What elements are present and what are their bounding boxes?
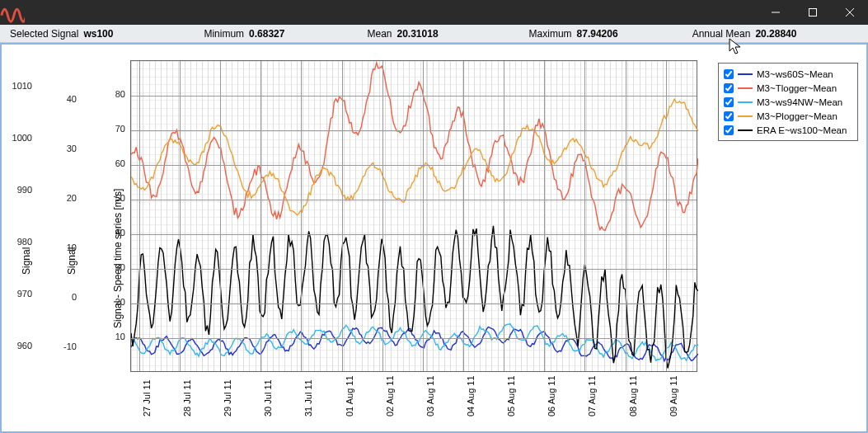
legend-swatch — [738, 101, 753, 103]
maximum-value: 87.94206 — [577, 28, 618, 40]
y3-tick: 10 — [106, 332, 125, 341]
minimize-button[interactable] — [757, 0, 794, 25]
legend-checkbox[interactable] — [724, 111, 734, 121]
y3-tick: 30 — [106, 262, 125, 272]
y2-tick: 30 — [52, 144, 77, 153]
series-line — [131, 226, 698, 368]
legend-swatch — [738, 87, 753, 89]
legend-item: ERA E~ws100~Mean — [724, 123, 852, 137]
window-titlebar — [0, 0, 868, 25]
y2-tick: 0 — [52, 292, 77, 302]
y2-tick: 20 — [52, 193, 77, 203]
plot-area[interactable] — [130, 60, 697, 372]
x-tick: 05 Aug 11 — [506, 375, 516, 417]
legend-checkbox[interactable] — [724, 125, 734, 135]
chart-panel: Signal Signal Signal - Speed time series… — [0, 43, 868, 433]
y3-tick: 70 — [106, 124, 125, 134]
maximum-label: Maximum — [529, 28, 572, 40]
y1-tick: 1010 — [7, 81, 32, 91]
series-line — [131, 63, 698, 231]
mean-label: Mean — [367, 28, 392, 40]
x-tick: 02 Aug 11 — [385, 375, 395, 417]
legend-swatch — [738, 129, 753, 131]
plot-wrap: Signal Signal Signal - Speed time series… — [0, 44, 701, 421]
legend-item: M3~Plogger~Mean — [724, 109, 852, 123]
x-tick: 09 Aug 11 — [669, 375, 678, 417]
x-tick: 07 Aug 11 — [587, 375, 597, 417]
stats-bar: Selected Signal ws100 Minimum 0.68327 Me… — [0, 25, 868, 43]
x-tick: 08 Aug 11 — [628, 375, 638, 417]
y2-tick: 10 — [52, 242, 77, 252]
y1-tick: 990 — [7, 185, 32, 195]
annual-mean-label: Annual Mean — [692, 28, 751, 40]
x-tick: 04 Aug 11 — [466, 375, 476, 417]
y3-tick: 80 — [106, 89, 125, 99]
legend-swatch — [738, 73, 753, 75]
legend-label: ERA E~ws100~Mean — [757, 125, 847, 135]
legend-checkbox[interactable] — [724, 69, 734, 79]
legend-label: M3~Tlogger~Mean — [757, 83, 837, 93]
minimum-label: Minimum — [204, 28, 244, 40]
annual-mean-value: 20.28840 — [755, 28, 796, 40]
y3-tick: 40 — [106, 228, 125, 238]
x-tick: 30 Jul 11 — [263, 379, 273, 417]
minimum-value: 0.68327 — [249, 28, 284, 40]
selected-signal-label: Selected Signal — [10, 28, 78, 40]
legend-label: M3~ws94NW~Mean — [757, 97, 842, 107]
x-tick: 27 Jul 11 — [142, 379, 152, 417]
y1-tick: 1000 — [7, 133, 32, 143]
series-line — [131, 99, 698, 214]
svg-rect-1 — [809, 9, 816, 16]
legend-checkbox[interactable] — [724, 97, 734, 107]
y3-tick: 50 — [106, 193, 125, 203]
app-wave-icon — [0, 0, 25, 25]
y2-tick: 40 — [52, 94, 77, 104]
y3-tick: 60 — [106, 158, 125, 168]
legend-item: M3~ws94NW~Mean — [724, 95, 852, 109]
chart-lines — [131, 61, 698, 373]
legend: M3~ws60S~MeanM3~Tlogger~MeanM3~ws94NW~Me… — [718, 63, 858, 141]
y3-tick: 20 — [106, 297, 125, 307]
legend-checkbox[interactable] — [724, 83, 734, 93]
y1-tick: 980 — [7, 237, 32, 247]
x-tick: 06 Aug 11 — [547, 375, 556, 417]
legend-item: M3~ws60S~Mean — [724, 67, 852, 81]
legend-swatch — [738, 115, 753, 117]
selected-signal-value: ws100 — [83, 28, 113, 40]
x-tick: 29 Jul 11 — [223, 379, 232, 417]
y1-tick: 970 — [7, 289, 32, 299]
x-tick: 03 Aug 11 — [425, 375, 435, 417]
x-tick: 28 Jul 11 — [182, 379, 192, 417]
y1-axis-label: Signal — [21, 247, 32, 275]
y3-axis-label: Signal - Speed time series [m/s] — [112, 189, 124, 328]
legend-label: M3~Plogger~Mean — [757, 111, 838, 121]
x-tick: 01 Aug 11 — [345, 375, 354, 417]
close-button[interactable] — [831, 0, 868, 25]
maximize-button[interactable] — [794, 0, 831, 25]
x-tick: 31 Jul 11 — [303, 379, 313, 417]
y1-tick: 960 — [7, 341, 32, 351]
legend-item: M3~Tlogger~Mean — [724, 81, 852, 95]
mean-value: 20.31018 — [397, 28, 439, 40]
legend-label: M3~ws60S~Mean — [757, 69, 833, 79]
y2-tick: -10 — [52, 341, 77, 351]
